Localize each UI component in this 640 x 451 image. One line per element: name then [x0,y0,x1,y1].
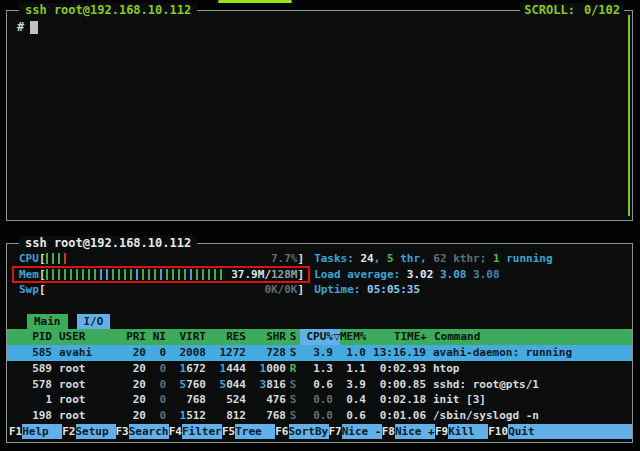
ni: 0 [146,377,166,393]
swap-meter: Swp[0K/0K] [19,282,304,298]
pri: 20 [119,392,146,408]
meter-bar [202,269,204,280]
meter-bar [112,269,114,280]
state: S [286,345,300,361]
fnkey-nice-plus[interactable]: F8Nice + [382,424,435,440]
col-command[interactable]: Command [434,329,632,345]
col-ni[interactable]: NI [146,329,166,345]
pri: 20 [119,408,146,424]
command: /sbin/syslogd -n [433,408,632,424]
time: 0:00.85 [366,377,426,393]
virt-mag: 1 [180,361,187,377]
col-cpu-sorted[interactable]: CPU% [300,329,333,345]
pane-top-title: ssh root@192.168.10.112 [19,3,197,17]
process-table-header: PIDUSERPRINIVIRTRESSHRSCPU%▽MEM%TIME+Com… [7,329,632,345]
meter-bar [94,269,96,280]
process-row-selected[interactable]: 585avahi20020081272728S3.91.013:16.19ava… [7,345,632,361]
load-15min: 3.08 [473,268,500,281]
col-res[interactable]: RES [206,329,246,345]
fnkey-nice-minus[interactable]: F7Nice - [329,424,382,440]
mem-used: 37.9M [231,268,264,281]
fn-action-label: Help [22,424,62,440]
res-rest: 044 [226,377,246,393]
fnkey-sortby[interactable]: F6SortBy [275,424,328,440]
user: root [59,377,119,393]
col-shr[interactable]: SHR [246,329,286,345]
fnkey-quit[interactable]: F10Quit [488,424,632,440]
swap-meter-label: Swp [19,282,39,298]
cpu-meter-bars [46,251,70,267]
meter-bar [64,253,66,264]
process-row[interactable]: 578root200576050443816S0.63.90:00.85sshd… [7,377,632,393]
col-pid[interactable]: PID [19,329,52,345]
col-state[interactable]: S [286,329,300,345]
pane-bottom-ssh[interactable]: ssh root@192.168.10.112 CPU[7.7%] Mem[37… [6,243,633,443]
top-green-artifact [218,0,292,3]
col-pri[interactable]: PRI [119,329,146,345]
fnkey-label: F6 [275,424,288,440]
col-virt[interactable]: VIRT [166,329,206,345]
process-row[interactable]: 589root200167214441000R1.31.10:02.93htop [7,361,632,377]
user: root [59,392,119,408]
pane-top-ssh[interactable]: ssh root@192.168.10.112 SCROLL:0/102 # [6,10,633,221]
mem-pct: 0.6 [333,408,366,424]
fnkey-setup[interactable]: F2Setup [62,424,115,440]
meter-bar [58,269,60,280]
shr-mag: 1 [260,361,267,377]
scrollbar-thumb[interactable] [628,15,630,216]
load-label: Load average: [314,268,407,281]
tab-io[interactable]: I/O [77,314,111,330]
meter-bar [190,269,192,280]
mem-meter-bars [46,267,226,283]
ni: 0 [146,408,166,424]
fn-action-label: Nice - [342,424,382,440]
bracket: ] [298,251,305,267]
bracket: [ [39,282,46,298]
meter-bar [172,269,174,280]
cpu-pct: 3.9 [300,345,333,361]
shr-mag: 3 [260,377,267,393]
virt-rest: 512 [186,408,206,424]
mem-pct: 1.0 [333,345,366,361]
text-cursor [30,21,38,34]
bracket: ] [298,267,305,283]
cpu-meter: CPU[7.7%] [19,251,304,267]
bracket: ] [298,282,305,298]
process-row[interactable]: 198root2001512812768S0.00.60:01.06/sbin/… [7,408,632,424]
process-row[interactable]: 1root200768524476S0.00.40:02.18init [3] [7,392,632,408]
col-user[interactable]: USER [59,329,119,345]
shr: 768 [246,408,286,424]
fnkey-label: F7 [329,424,342,440]
fnkey-filter[interactable]: F4Filter [169,424,222,440]
htop-tabs: Main I/O [7,314,632,330]
pid: 198 [19,408,52,424]
time: 0:02.93 [366,361,426,377]
meter-bar [46,253,48,264]
pri: 20 [119,361,146,377]
load-average-line: Load average: 3.02 3.08 3.08 [314,267,552,283]
meter-bar [58,253,60,264]
fn-action-label: Kill [448,424,488,440]
virt-rest: 760 [186,377,206,393]
meter-bar [64,269,66,280]
running-label: running [500,252,553,265]
fn-action-label: Quit [508,424,632,440]
swap-meter-value: 0K/0K [264,282,297,298]
fnkey-kill[interactable]: F9Kill [435,424,488,440]
meter-bar [124,269,126,280]
virt: 768 [166,392,206,408]
fnkey-search[interactable]: F3Search [116,424,169,440]
res: 5044 [206,377,246,393]
fnkey-help[interactable]: F1Help [9,424,62,440]
pane-bottom-title: ssh root@192.168.10.112 [19,236,197,250]
tab-main[interactable]: Main [27,314,68,330]
thread-count: 5 [387,252,394,265]
load-1min: 3.02 [407,268,440,281]
col-mem[interactable]: MEM% [340,329,367,345]
meter-bar [76,269,78,280]
scroll-indicator: SCROLL:0/102 [520,3,624,17]
shr-rest: 816 [266,377,286,393]
fnkey-tree[interactable]: F5Tree [222,424,275,440]
state: S [286,408,300,424]
col-time[interactable]: TIME+ [367,329,427,345]
